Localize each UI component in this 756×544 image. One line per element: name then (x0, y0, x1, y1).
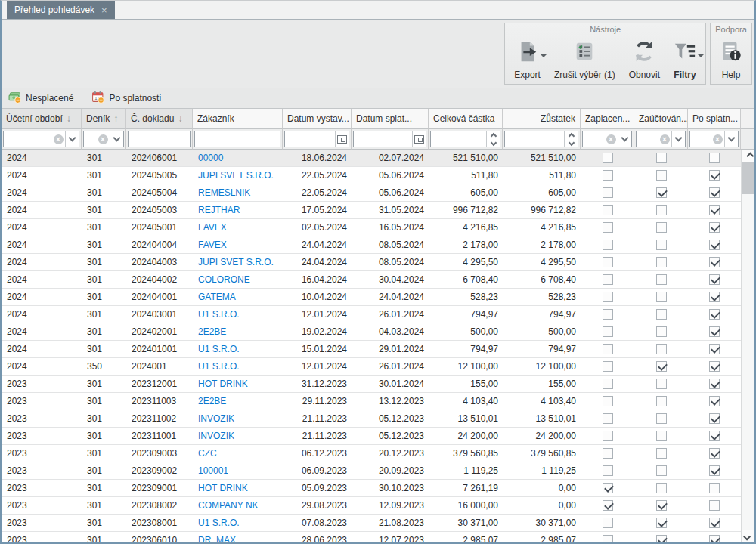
spinner-button[interactable] (486, 131, 500, 147)
customer-link[interactable]: U1 S.R.O. (198, 361, 240, 372)
checkbox-unchecked[interactable] (603, 187, 613, 198)
table-row[interactable]: 2023301202306010DR. MAX28.06.202312.07.2… (2, 532, 741, 542)
filter-dropdown-button[interactable] (724, 131, 738, 147)
column-header-zaplaceno[interactable]: Zaplacen... (581, 109, 634, 129)
close-icon[interactable]: × (101, 5, 107, 15)
checkbox-checked[interactable] (656, 518, 667, 528)
checkbox-checked[interactable] (709, 518, 720, 528)
table-row[interactable]: 2024301202404004FAVEX24.04.202408.05.202… (2, 236, 741, 254)
checkbox-unchecked[interactable] (603, 205, 613, 215)
checkbox-unchecked[interactable] (656, 483, 667, 493)
checkbox-unchecked[interactable] (656, 379, 667, 389)
customer-link[interactable]: JUPI SVET S.R.O. (198, 257, 274, 267)
customer-link[interactable]: INVOZIK (198, 413, 234, 424)
table-row[interactable]: 2023301202308001U1 S.R.O.07.08.202321.08… (2, 515, 741, 532)
table-row[interactable]: 2023301202309001HOT DRINK05.09.202330.10… (2, 480, 741, 497)
checkbox-checked[interactable] (709, 309, 720, 320)
scroll-down-button[interactable] (742, 530, 754, 542)
checkbox-checked[interactable] (709, 465, 720, 476)
customer-link[interactable]: FAVEX (198, 240, 227, 250)
column-header-doklad[interactable]: Č. dokladu↓ (126, 109, 193, 129)
filter-dropdown-button[interactable] (618, 131, 631, 147)
customer-link[interactable]: COLORONE (198, 274, 250, 285)
table-row[interactable]: 2024301202405005JUPI SVET S.R.O.22.05.20… (2, 167, 741, 184)
datepicker-button[interactable] (412, 131, 426, 147)
clear-filter-button[interactable]: × (604, 131, 618, 147)
checkbox-unchecked[interactable] (603, 431, 613, 441)
table-row[interactable]: 20243012024060010000018.06.202402.07.202… (2, 150, 741, 167)
checkbox-checked[interactable] (709, 379, 720, 389)
checkbox-unchecked[interactable] (656, 413, 667, 424)
table-row[interactable]: 2023301202308002COMPANY NK29.08.202312.0… (2, 497, 741, 515)
checkbox-unchecked[interactable] (656, 448, 667, 459)
checkbox-checked[interactable] (603, 483, 613, 493)
table-row[interactable]: 2023301202312001HOT DRINK31.12.202330.01… (2, 376, 741, 393)
customer-link[interactable]: 00000 (198, 153, 223, 163)
checkbox-checked[interactable] (709, 535, 720, 542)
filter-input-zakaznik[interactable] (194, 131, 280, 147)
checkbox-checked[interactable] (709, 274, 720, 285)
column-header-zustatek[interactable]: Zůstatek (503, 109, 581, 129)
checkbox-checked[interactable] (709, 431, 720, 441)
quickfilter-overdue[interactable]: 17 Po splatnosti (91, 91, 161, 106)
checkbox-unchecked[interactable] (603, 361, 613, 372)
checkbox-unchecked[interactable] (709, 483, 720, 493)
filter-dropdown-button[interactable] (110, 131, 123, 147)
checkbox-unchecked[interactable] (656, 344, 667, 354)
checkbox-checked[interactable] (709, 326, 720, 337)
checkbox-checked[interactable] (709, 240, 720, 250)
checkbox-checked[interactable] (709, 361, 720, 372)
table-row[interactable]: 202330120230900210000106.09.202320.09.20… (2, 462, 741, 480)
clear-filter-button[interactable]: × (711, 131, 724, 147)
customer-link[interactable]: HOT DRINK (198, 483, 248, 493)
filter-input-zauctovano[interactable]: × (636, 131, 686, 147)
checkbox-unchecked[interactable] (656, 326, 667, 337)
checkbox-unchecked[interactable] (603, 222, 613, 233)
checkbox-checked[interactable] (603, 500, 613, 511)
checkbox-checked[interactable] (709, 170, 720, 181)
checkbox-unchecked[interactable] (656, 396, 667, 406)
column-header-splatnost[interactable]: Datum splat... (352, 109, 429, 129)
checkbox-unchecked[interactable] (709, 500, 720, 511)
checkbox-unchecked[interactable] (709, 153, 720, 163)
filter-dropdown-button[interactable] (65, 131, 79, 147)
column-header-denik[interactable]: Deník↑ (82, 109, 126, 129)
checkbox-unchecked[interactable] (603, 153, 613, 163)
checkbox-checked[interactable] (656, 535, 667, 542)
filter-input-splatnost[interactable] (353, 131, 426, 147)
table-row[interactable]: 20233012023110032E2BE29.11.202313.12.202… (2, 393, 741, 410)
column-header-zauctovano[interactable]: Zaúčtován... (634, 109, 688, 129)
customer-link[interactable]: DR. MAX (198, 535, 236, 542)
help-button[interactable]: Help (713, 36, 749, 82)
clear-filter-button[interactable]: × (96, 131, 110, 147)
export-button[interactable]: Export (507, 36, 547, 82)
customer-link[interactable]: COMPANY NK (198, 500, 259, 511)
filter-input-denik[interactable]: × (83, 131, 124, 147)
checkbox-unchecked[interactable] (603, 257, 613, 267)
scroll-thumb[interactable] (742, 162, 754, 194)
checkbox-unchecked[interactable] (603, 344, 613, 354)
customer-link[interactable]: FAVEX (198, 222, 227, 233)
table-row[interactable]: 2023301202311001INVOZIK21.11.202305.12.2… (2, 428, 741, 445)
checkbox-checked[interactable] (709, 257, 720, 267)
checkbox-unchecked[interactable] (603, 170, 613, 181)
checkbox-checked[interactable] (709, 396, 720, 406)
checkbox-unchecked[interactable] (656, 465, 667, 476)
checkbox-checked[interactable] (709, 187, 720, 198)
customer-link[interactable]: HOT DRINK (198, 379, 248, 389)
checkbox-unchecked[interactable] (603, 309, 613, 320)
filter-input-doklad[interactable] (128, 131, 191, 147)
tab-prehled-pohledavek[interactable]: Přehled pohledávek × (7, 1, 115, 19)
column-header-obdobi[interactable]: Účetní období↓ (2, 109, 82, 129)
checkbox-unchecked[interactable] (656, 292, 667, 302)
checkbox-unchecked[interactable] (603, 326, 613, 337)
checkbox-unchecked[interactable] (603, 396, 613, 406)
checkbox-unchecked[interactable] (656, 153, 667, 163)
checkbox-unchecked[interactable] (656, 240, 667, 250)
customer-link[interactable]: REMESLNIK (198, 187, 250, 198)
customer-link[interactable]: 2E2BE (198, 326, 226, 337)
customer-link[interactable]: U1 S.R.O. (198, 518, 240, 528)
checkbox-checked[interactable] (709, 413, 720, 424)
filter-input-zustatek[interactable] (504, 131, 578, 147)
clear-filter-button[interactable]: × (658, 131, 671, 147)
